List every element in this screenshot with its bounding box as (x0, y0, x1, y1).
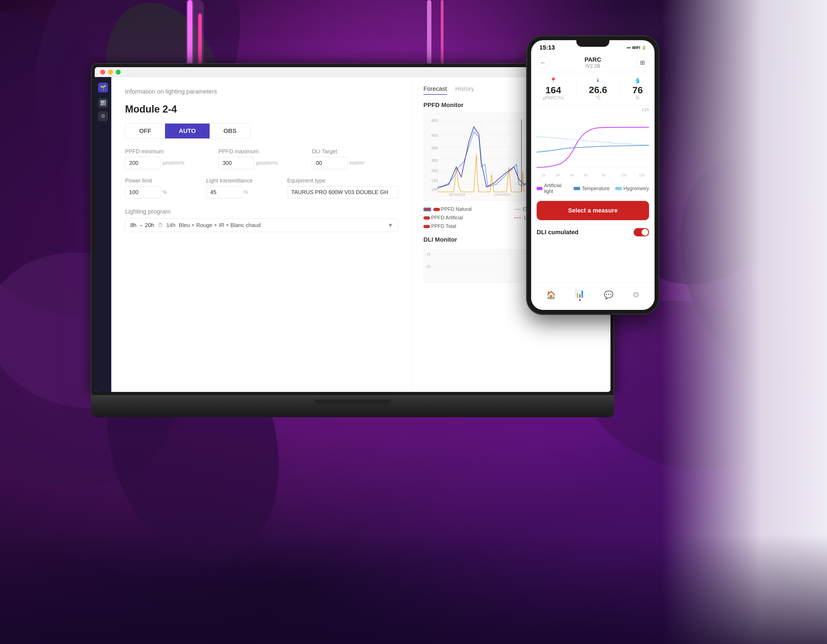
ppfd-max-unit: µmol/m²/s (256, 160, 278, 166)
legend-temperature: Temperature (574, 183, 610, 194)
phone-chart-area: 2h 3h 4h 6h 8h 10h 12h (531, 114, 655, 180)
svg-text:200: 200 (431, 168, 438, 173)
hygro-icon: 💧 (632, 77, 643, 84)
light-trans-input[interactable] (206, 186, 242, 198)
dli-target-unit: mol/m² (349, 160, 365, 166)
legend-total-label: PPFD Total (431, 224, 456, 229)
module-title: Module 2-4 (125, 103, 398, 115)
power-limit-input-row: % (125, 186, 199, 198)
power-params-grid: Power limit % Light transmittance % (125, 177, 398, 198)
ppfd-max-input-row: µmol/m²/s (218, 157, 305, 169)
chart-time-label: 11h (531, 106, 655, 114)
lighting-duration: 14h (166, 222, 175, 229)
legend-ppfd-natural: PPFD Natural (423, 207, 509, 212)
phone-chart-legend: Artificial light Temperature Hygrometry (531, 180, 655, 197)
tab-forecast[interactable]: Forecast (423, 85, 447, 95)
toggle-off-button[interactable]: OFF (125, 124, 165, 138)
ppfd-unit: µPARCY/s (543, 95, 564, 100)
legend-hygro-color (615, 187, 622, 190)
mode-toggle-group: OFF AUTO OBS (125, 123, 251, 139)
settings-nav-icon: ⚙ (632, 290, 640, 299)
home-icon: 🏠 (546, 290, 556, 299)
ppfd-icon: 📍 (543, 77, 564, 84)
temp-value: 26.6 (589, 84, 607, 95)
settings-button[interactable]: ⊞ (637, 57, 649, 69)
phone-time: 15:13 (539, 44, 555, 51)
nav-active-dot (579, 299, 581, 301)
svg-text:450: 450 (431, 118, 438, 123)
svg-text:350: 350 (431, 146, 438, 150)
metric-divider-2 (619, 80, 620, 98)
ppfd-max-group: PPFD maximum µmol/m²/s (218, 148, 305, 169)
select-measure-button[interactable]: Select a measure (537, 201, 649, 220)
dli-target-input[interactable] (312, 157, 348, 169)
lighting-blend: Bleu + Rouge + IR + Blanc chaud (179, 222, 261, 229)
phone-status-icons: ▪▪▪ WiFi 🔋 (627, 45, 646, 50)
phone-chart-svg: 2h 3h 4h 6h 8h 10h 12h (537, 114, 649, 180)
svg-text:18/10/2023: 18/10/2023 (449, 193, 465, 196)
back-button[interactable]: ← (537, 57, 549, 69)
ppfd-params-grid: PPFD minimum µmol/m²/s PPFD maximum µmol… (125, 148, 398, 169)
toggle-auto-button[interactable]: AUTO (165, 124, 210, 138)
legend-artificial-text: Artificial light (544, 183, 568, 194)
svg-text:10h: 10h (621, 173, 627, 177)
dli-monitor-title: DLI Monitor (423, 236, 457, 243)
light-trans-unit: % (243, 189, 248, 195)
temp-unit: °C (589, 95, 607, 100)
laptop-base (91, 396, 614, 403)
phone-mockup: 15:13 ▪▪▪ WiFi 🔋 ← PARC IV2 2B ⊞ (527, 36, 659, 314)
equip-type-group: Equipment type TAURUS PRO 600W V03 DOUBL… (287, 177, 398, 198)
light-trans-label: Light transmittance (206, 177, 280, 184)
metric-divider-1 (576, 80, 577, 98)
power-limit-group: Power limit % (125, 177, 199, 198)
equip-type-value: TAURUS PRO 600W V03 DOUBLE GH (287, 186, 398, 198)
lighting-expand-icon: ▼ (388, 222, 393, 229)
svg-text:150: 150 (431, 178, 438, 183)
ppfd-min-group: PPFD minimum µmol/m²/s (125, 148, 212, 169)
legend-temp-color (574, 187, 580, 190)
lighting-program-label: Lighting program (125, 208, 398, 215)
svg-text:2h: 2h (542, 173, 546, 177)
power-limit-input[interactable] (125, 186, 161, 198)
laptop-stand (91, 403, 614, 417)
svg-text:300: 300 (431, 158, 438, 163)
legend-artificial-label: PPFD Artificial (431, 215, 463, 221)
light-trans-group: Light transmittance % (206, 177, 280, 198)
temp-icon: 🌡 (589, 77, 607, 83)
nav-charts[interactable]: 📊 (575, 289, 585, 301)
toggle-obs-button[interactable]: OBS (210, 124, 250, 138)
power-limit-label: Power limit (125, 177, 199, 184)
back-icon: ← (540, 59, 546, 66)
metric-hygro: 💧 76 % (632, 77, 643, 100)
svg-text:19/10/2023: 19/10/2023 (494, 193, 510, 196)
ppfd-max-input[interactable] (218, 157, 254, 169)
ppfd-min-input[interactable] (125, 157, 161, 169)
svg-text:100: 100 (431, 187, 438, 191)
legend-temp-text: Temperature (582, 186, 610, 191)
phone-title-main: PARC (585, 56, 601, 63)
svg-text:3h: 3h (556, 173, 560, 177)
legend-artificial-light: Artificial light (537, 183, 568, 194)
phone-title-sub: IV2 2B (585, 63, 601, 69)
nav-home[interactable]: 🏠 (546, 290, 556, 299)
power-limit-unit: % (162, 189, 167, 195)
info-text: Information on lighting parameters (125, 88, 398, 95)
tab-history[interactable]: History (456, 85, 474, 95)
lighting-program-row[interactable]: 8h → 20h ⏱ 14h Bleu + Rouge + IR + Blanc… (125, 219, 398, 232)
dli-target-input-row: mol/m² (312, 157, 398, 169)
dli-target-group: DLI Target mol/m² (312, 148, 398, 169)
bottom-fade-overlay (0, 534, 827, 644)
lighting-time: 8h → 20h (130, 222, 154, 229)
nav-messages[interactable]: 💬 (604, 290, 613, 299)
legend-natural-label: PPFD Natural (441, 207, 472, 212)
phone-metrics-row: 📍 164 µPARCY/s 🌡 26.6 °C 💧 76 % (531, 72, 655, 106)
dli-toggle-switch[interactable] (634, 228, 649, 236)
equip-type-label: Equipment type (287, 177, 398, 184)
light-trans-input-row: % (206, 186, 280, 198)
nav-settings[interactable]: ⚙ (632, 290, 640, 299)
charts-icon: 📊 (575, 289, 585, 298)
svg-text:400: 400 (431, 133, 438, 138)
metric-ppfd: 📍 164 µPARCY/s (543, 77, 564, 100)
ppfd-value: 164 (543, 85, 564, 95)
dli-target-label: DLI Target (312, 148, 398, 155)
